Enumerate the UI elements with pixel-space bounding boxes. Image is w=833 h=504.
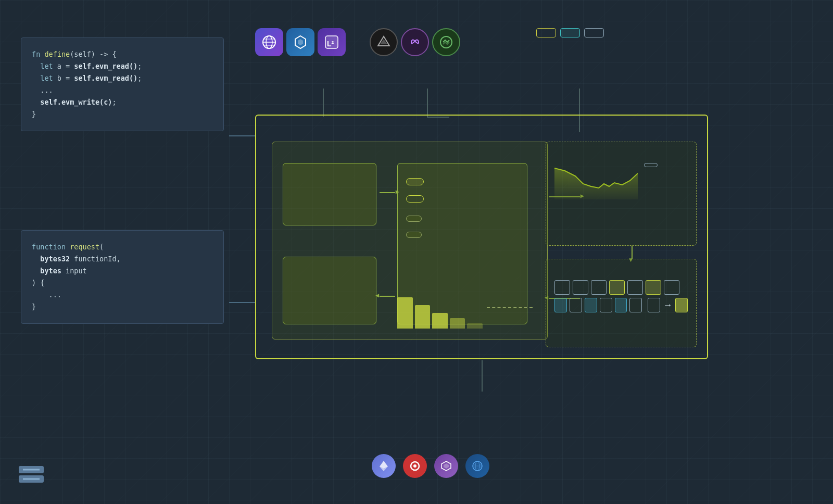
proving-icon-sp1 — [432, 28, 460, 56]
horiz-proving-protocol — [427, 117, 449, 118]
gateway-req-a — [406, 178, 424, 185]
vert-bottom — [482, 360, 483, 392]
prover-cpu — [536, 28, 556, 37]
svg-text:L²: L² — [327, 40, 334, 48]
logo-svg — [19, 466, 45, 489]
agg-final — [675, 298, 688, 312]
chain-eth — [372, 454, 396, 478]
arrow-gw-fulfill: ◀ — [380, 296, 395, 297]
agg-sq-13 — [629, 298, 642, 312]
proving-icon-infinity — [401, 28, 429, 56]
agg-row2: → — [554, 298, 688, 312]
price-info — [644, 158, 658, 170]
prover-etc — [584, 28, 604, 37]
agg-sq-7 — [664, 280, 679, 295]
smart-contract-panel: function request( bytes32 functionId, by… — [21, 224, 224, 324]
market-chart — [554, 158, 638, 199]
chart-dashes — [487, 307, 533, 308]
bar-1 — [397, 297, 413, 329]
app-icons: L² — [255, 28, 346, 56]
agg-sq-14 — [648, 298, 660, 312]
agg-sq-12 — [615, 298, 627, 312]
proving-icons — [370, 28, 460, 56]
smart-contract-code-block: function request( bytes32 functionId, by… — [21, 230, 224, 324]
prover-gpu — [560, 28, 580, 37]
marketplace-content — [554, 158, 688, 199]
gateway-req-b — [406, 195, 424, 203]
agg-row1 — [554, 280, 688, 295]
vert-proving — [427, 89, 428, 117]
chain-other — [465, 454, 489, 478]
prover-badges — [536, 28, 604, 37]
app-icon-l2: L² — [318, 28, 346, 56]
agg-arrow: → — [665, 300, 671, 310]
cpu-badge — [644, 163, 658, 167]
connector-smart — [229, 302, 256, 303]
agg-sq-11 — [600, 298, 612, 312]
agg-sq-3 — [591, 280, 607, 295]
applications-section: L² — [255, 21, 346, 56]
agg-sq-10 — [585, 298, 597, 312]
agg-sq-6 — [646, 280, 661, 295]
proving-section — [370, 21, 460, 56]
bar-3 — [432, 313, 448, 329]
marketplace-box — [546, 142, 697, 246]
agg-sq-2 — [573, 280, 588, 295]
vert-provers-protocol — [579, 117, 580, 132]
aggregator-header — [554, 267, 688, 274]
svg-point-16 — [413, 464, 416, 468]
vert-provers — [579, 89, 580, 117]
arrow-req-gw: ▶ — [380, 192, 395, 193]
chain-polygon — [434, 454, 458, 478]
aggregator-box: → — [546, 259, 697, 347]
agg-sq-4 — [609, 280, 625, 295]
circuit-code: fn define(self) -> { let a = self.evm_re… — [32, 48, 213, 120]
app-icon-globe — [255, 28, 283, 56]
agg-sq-9 — [570, 298, 582, 312]
circuit-panel: fn define(self) -> { let a = self.evm_re… — [21, 31, 224, 131]
provers-section — [536, 21, 604, 37]
bar-4 — [450, 318, 465, 329]
arrow-market-agg: ▼ — [632, 246, 633, 259]
request-card — [283, 163, 376, 225]
l1-l2-section — [364, 454, 489, 478]
chain-op — [403, 454, 427, 478]
agg-sq-8 — [554, 298, 567, 312]
gateway-ver-a — [406, 216, 422, 222]
bar-2 — [415, 305, 431, 329]
app-icon-chain — [286, 28, 314, 56]
fulfill-card — [283, 257, 376, 324]
smart-contract-code: function request( bytes32 functionId, by… — [32, 241, 213, 313]
bar-5 — [467, 323, 483, 329]
connector-circuit — [229, 135, 256, 136]
proving-icon-noir — [370, 28, 398, 56]
protocol-box: ▶ ◀ — [255, 115, 708, 359]
svg-point-11 — [440, 36, 452, 48]
agg-sq-5 — [627, 280, 643, 295]
logo — [19, 466, 45, 492]
bar-chart — [397, 287, 533, 329]
circuit-code-block: fn define(self) -> { let a = self.evm_re… — [21, 37, 224, 131]
gateway-ver-b — [406, 232, 422, 238]
agg-sq-1 — [554, 280, 570, 295]
proof-standard-box: ▶ ◀ — [272, 142, 548, 339]
vert-apps — [323, 89, 324, 117]
